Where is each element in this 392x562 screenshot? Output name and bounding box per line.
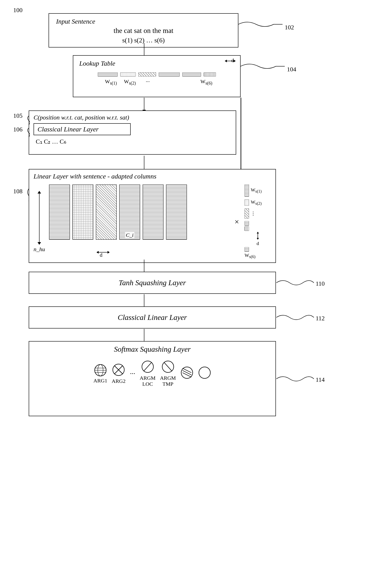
multiply-symbol: ×: [235, 217, 239, 226]
arrow-lookup-to-context: [142, 98, 146, 112]
lookup-table-title: Lookup Table: [77, 58, 237, 68]
lookup-table-box: Lookup Table d Ws(1) Ws(2) ···: [73, 55, 241, 97]
softmax-box: Softmax Squashing Layer ARG1: [29, 341, 276, 416]
arg1-label: ARG1: [93, 378, 107, 384]
col-d-label: d: [100, 252, 102, 258]
classical-linear-label: Classical Linear Layer: [118, 313, 187, 322]
diagram: 100 Input Sentence the cat sat on the ma…: [0, 0, 392, 562]
word-vec-6: [204, 72, 216, 76]
arg1-symbol: [94, 364, 107, 377]
argm-loc-label: ARGMLOC: [140, 375, 156, 387]
ref-100: 100: [13, 7, 22, 14]
ws-ellipsis: ···: [139, 79, 157, 86]
ws6-label: Ws(6): [201, 79, 213, 86]
ref-104-line: [241, 60, 289, 73]
col-4: C_i: [119, 185, 140, 240]
right-vec-5: [245, 226, 249, 231]
right-vec-6: [245, 247, 249, 252]
col-6: [166, 185, 187, 240]
argm1-symbol: [141, 360, 154, 374]
ref-106-line: [22, 127, 30, 138]
context-box: C(position w.r.t. cat, position w.r.t. s…: [29, 110, 236, 155]
ws5-label: [180, 79, 199, 86]
context-label: C(position w.r.t. cat, position w.r.t. s…: [34, 114, 231, 121]
right-dots: ⋮: [251, 211, 256, 216]
ref-110-line: [276, 277, 316, 288]
lookup-d-label: d: [231, 58, 234, 63]
tanh-label: Tanh Squashing Layer: [119, 279, 186, 287]
svg-line-14: [182, 373, 191, 377]
ref-114-line: [276, 373, 316, 384]
ws4-label: [158, 79, 179, 86]
classical-linear-inner-box: Classical Linear Layer: [34, 123, 131, 135]
svg-line-13: [182, 371, 191, 375]
argm2-symbol: [161, 360, 175, 374]
col-1: [49, 185, 70, 240]
right-vec-2: [245, 199, 249, 206]
softmax-ellipsis: ···: [130, 370, 135, 378]
classical-linear-box: Classical Linear Layer: [29, 306, 276, 328]
right-ws6: Ws(6): [245, 253, 271, 259]
ci-label: C_i: [125, 232, 134, 238]
arg2-label: ARG2: [112, 378, 126, 384]
ref-105: 105: [13, 112, 22, 119]
tanh-box: Tanh Squashing Layer: [29, 272, 276, 294]
right-d-label: d: [245, 241, 271, 246]
context-c-label: C₁ C₂ … C₆: [34, 138, 231, 145]
ref-112-line: [276, 312, 316, 323]
word-vec-2: [120, 72, 136, 76]
argm-tmp-label: ARGMTMP: [160, 375, 176, 387]
col-2: [72, 185, 93, 240]
right-vec-3: [245, 209, 249, 219]
ref-114: 114: [316, 376, 325, 383]
ref-104: 104: [287, 66, 296, 73]
word-vec-4: [159, 72, 180, 76]
input-sentence-title: Input Sentence: [53, 16, 234, 26]
last-symbol: [180, 366, 194, 380]
empty-symbol: [198, 366, 211, 380]
ws2-label: Ws(2): [122, 79, 138, 86]
col-5: [143, 185, 164, 240]
softmax-title: Softmax Squashing Layer: [34, 345, 271, 353]
right-vec-4: [245, 221, 249, 225]
nhu-label: n_hu: [34, 246, 45, 253]
svg-line-11: [164, 362, 172, 371]
svg-point-16: [199, 367, 210, 378]
word-vec-3: [138, 72, 156, 76]
word-vec-5: [182, 72, 201, 76]
ref-102-line: [238, 18, 287, 31]
ref-112: 112: [316, 315, 325, 322]
linear-layer-box: Linear Layer with sentence - adapted col…: [29, 169, 276, 263]
ref-108: 108: [13, 188, 22, 195]
ws1-label: Ws(1): [101, 79, 121, 86]
right-ws2: Ws(2): [251, 199, 262, 206]
word-vec-1: [98, 72, 118, 76]
col-3: [96, 185, 117, 240]
input-sentence-line1: the cat sat on the mat: [53, 26, 234, 35]
classical-linear-inner-label: Classical Linear Layer: [37, 126, 99, 133]
svg-line-9: [144, 362, 152, 371]
svg-line-15: [182, 368, 191, 373]
linear-layer-title: Linear Layer with sentence - adapted col…: [34, 173, 271, 180]
arg2-symbol: [112, 363, 125, 377]
input-sentence-box: Input Sentence the cat sat on the mat s(…: [49, 13, 238, 47]
ref-110: 110: [316, 280, 325, 287]
ref-106: 106: [13, 126, 22, 133]
ref-102: 102: [285, 24, 294, 31]
right-vec-1: [245, 185, 249, 197]
right-ws1: Ws(1): [251, 187, 262, 194]
ref-105-line: [22, 115, 30, 126]
